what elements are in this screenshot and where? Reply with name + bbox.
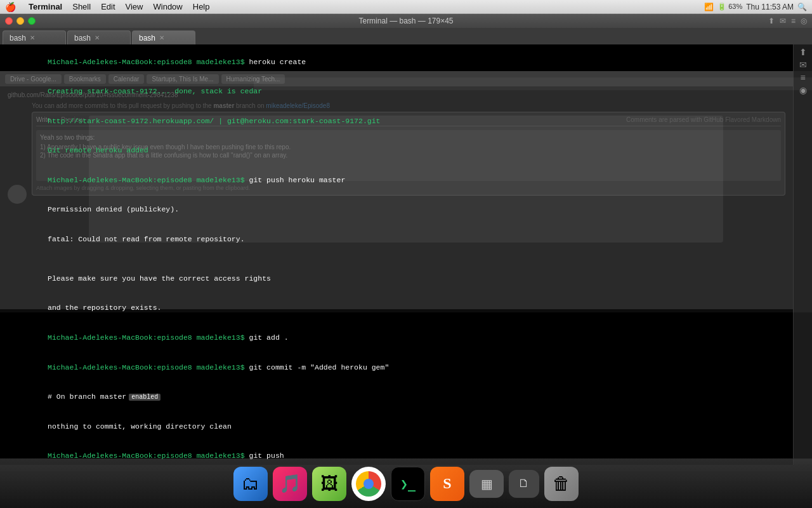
title-bar: Terminal — bash — 179×45 ⬆ ✉ ≡ ◎ bbox=[0, 14, 812, 28]
dock-file-manager[interactable]: ▦ bbox=[469, 470, 504, 498]
menubar-search-icon[interactable]: 🔍 bbox=[797, 3, 807, 11]
line-6: Permission denied (publickey). bbox=[4, 195, 789, 225]
panel-icon-2[interactable]: ✉ bbox=[799, 60, 807, 70]
line-13: nothing to commit, working directory cle… bbox=[4, 411, 789, 441]
dock-terminal[interactable]: ❯_ bbox=[391, 467, 425, 501]
menubar-items: Terminal Shell Edit View Window Help bbox=[23, 2, 704, 11]
dock-photos[interactable]: 🖼 bbox=[312, 467, 346, 501]
dock: 🗂 🎵 🖼 ❯_ S ▦ 🗋 🗑 bbox=[0, 458, 812, 508]
line-5: Michael-Adelekes-MacBook:episode8 madele… bbox=[4, 165, 789, 195]
menubar-help[interactable]: Help bbox=[188, 2, 215, 11]
line-2: Creating stark-coast-9172... done, stack… bbox=[4, 77, 789, 107]
title-icon-4[interactable]: ◎ bbox=[801, 17, 807, 25]
tab-3-label: bash bbox=[139, 34, 155, 43]
dock-item-8[interactable]: 🗋 bbox=[509, 470, 539, 498]
tab-3[interactable]: bash ✕ bbox=[132, 30, 195, 44]
line-3: http://stark-coast-9172.herokuapp.com/ |… bbox=[4, 106, 789, 136]
line-9: and the repository exists. bbox=[4, 293, 789, 323]
apple-menu[interactable]: 🍎 bbox=[5, 2, 16, 12]
line-11: Michael-Adelekes-MacBook:episode8 madele… bbox=[4, 352, 789, 382]
line-7: fatal: Could not read from remote reposi… bbox=[4, 224, 789, 254]
menubar: 🍎 Terminal Shell Edit View Window Help 📶… bbox=[0, 0, 812, 14]
title-right-icons: ⬆ ✉ ≡ ◎ bbox=[768, 17, 807, 25]
minimize-button[interactable] bbox=[16, 17, 24, 25]
dock-trash[interactable]: 🗑 bbox=[544, 467, 579, 501]
line-12: # On branch masterenabled bbox=[4, 382, 789, 412]
menubar-window[interactable]: Window bbox=[148, 2, 188, 11]
menubar-app-name[interactable]: Terminal bbox=[23, 2, 67, 11]
tab-1[interactable]: bash ✕ bbox=[3, 30, 66, 44]
line-10: Michael-Adelekes-MacBook:episode8 madele… bbox=[4, 323, 789, 352]
terminal-lines: Michael-Adelekes-MacBook:episode8 madele… bbox=[4, 47, 789, 465]
panel-icon-4[interactable]: ◉ bbox=[799, 85, 807, 95]
line-14: Michael-Adelekes-MacBook:episode8 madele… bbox=[4, 441, 789, 465]
dock-sublime-text[interactable]: S bbox=[430, 467, 464, 501]
menubar-battery: 🔋 63% bbox=[717, 3, 742, 11]
menubar-edit[interactable]: Edit bbox=[96, 2, 120, 11]
tab-2-label: bash bbox=[74, 34, 91, 43]
line-empty-1 bbox=[4, 254, 789, 264]
menubar-time: Thu 11:53 AM bbox=[746, 3, 794, 11]
traffic-lights bbox=[5, 17, 36, 25]
tab-2[interactable]: bash ✕ bbox=[67, 30, 131, 44]
window-title: Terminal — bash — 179×45 bbox=[358, 17, 453, 25]
line-8: Please make sure you have the correct ac… bbox=[4, 264, 789, 293]
terminal-window: Terminal — bash — 179×45 ⬆ ✉ ≡ ◎ bash ✕ … bbox=[0, 14, 812, 465]
menubar-shell[interactable]: Shell bbox=[67, 2, 96, 11]
menubar-view[interactable]: View bbox=[121, 2, 148, 11]
close-button[interactable] bbox=[5, 17, 13, 25]
terminal-right-panel: ⬆ ✉ ≡ ◉ bbox=[793, 44, 812, 465]
dock-chrome[interactable] bbox=[351, 467, 386, 501]
tab-bar: bash ✕ bash ✕ bash ✕ bbox=[0, 28, 812, 44]
maximize-button[interactable] bbox=[28, 17, 36, 25]
line-4: Git remote heroku added bbox=[4, 136, 789, 166]
dock-itunes[interactable]: 🎵 bbox=[273, 467, 307, 501]
panel-icon-1[interactable]: ⬆ bbox=[799, 47, 807, 57]
panel-icon-3[interactable]: ≡ bbox=[800, 72, 805, 83]
line-1: Michael-Adelekes-MacBook:episode8 madele… bbox=[4, 47, 789, 77]
tab-1-close[interactable]: ✕ bbox=[30, 34, 35, 41]
title-icon-1[interactable]: ⬆ bbox=[768, 17, 775, 25]
dock-finder[interactable]: 🗂 bbox=[233, 467, 268, 501]
terminal-output[interactable]: Michael-Adelekes-MacBook:episode8 madele… bbox=[0, 44, 793, 465]
menubar-right: 📶 🔋 63% Thu 11:53 AM 🔍 bbox=[704, 3, 807, 11]
title-icon-2[interactable]: ✉ bbox=[780, 17, 786, 25]
tab-1-label: bash bbox=[10, 34, 26, 43]
terminal-content: Michael-Adelekes-MacBook:episode8 madele… bbox=[0, 44, 812, 465]
title-icon-3[interactable]: ≡ bbox=[791, 17, 796, 25]
tab-3-close[interactable]: ✕ bbox=[159, 34, 164, 41]
menubar-wifi-icon: 📶 bbox=[704, 3, 714, 11]
tab-2-close[interactable]: ✕ bbox=[95, 34, 100, 41]
